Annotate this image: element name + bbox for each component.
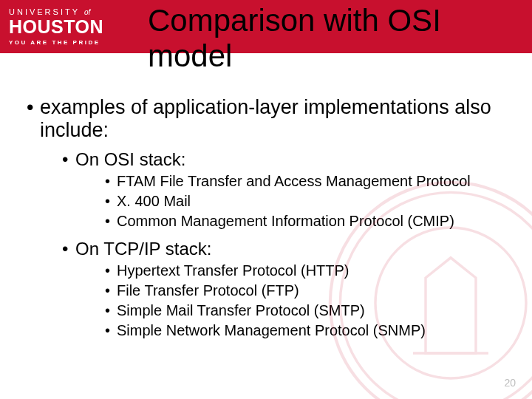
bullet-lvl2: • On OSI stack: (62, 149, 508, 170)
bullet-dot-icon: • (105, 193, 117, 210)
bullet-lvl1: • examples of application-layer implemen… (27, 96, 508, 142)
bullet-dot-icon: • (105, 302, 117, 319)
bullet-text: On OSI stack: (75, 149, 185, 170)
bullet-text: On TCP/IP stack: (75, 239, 212, 259)
bullet-dot-icon: • (105, 213, 117, 230)
page-number: 20 (504, 377, 516, 389)
bullet-text: File Transfer Protocol (FTP) (117, 282, 299, 299)
university-logo: UNIVERSITYof HOUSTON YOU ARE THE PRIDE (0, 0, 144, 53)
logo-subtitle-top: UNIVERSITYof (9, 7, 144, 16)
header-bar: UNIVERSITYof HOUSTON YOU ARE THE PRIDE C… (0, 0, 532, 53)
bullet-text: Hypertext Transfer Protocol (HTTP) (117, 262, 349, 279)
bullet-dot-icon: • (62, 239, 75, 259)
bullet-dot-icon: • (105, 173, 117, 190)
logo-main: HOUSTON (9, 18, 144, 36)
svg-point-1 (340, 192, 532, 399)
bullet-dot-icon: • (62, 149, 75, 170)
slide-title: Comparison with OSI model (148, 3, 532, 74)
background-seal-watermark (325, 177, 532, 399)
logo-line1-a: UNIVERSITY (9, 7, 80, 16)
bullet-text: X. 400 Mail (117, 193, 191, 210)
bullet-dot-icon: • (27, 96, 40, 142)
logo-line1-b: of (84, 8, 90, 16)
bullet-dot-icon: • (105, 322, 117, 339)
logo-tagline: YOU ARE THE PRIDE (9, 39, 144, 46)
svg-point-2 (375, 228, 526, 378)
bullet-dot-icon: • (105, 282, 117, 299)
bullet-dot-icon: • (105, 262, 117, 279)
bullet-text: examples of application-layer implementa… (40, 96, 508, 142)
